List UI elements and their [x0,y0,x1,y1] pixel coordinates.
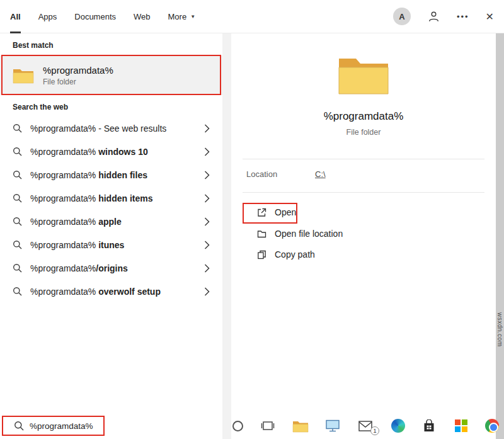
search-icon [13,123,22,133]
tab-more-label: More [168,12,187,21]
suggestion-text: %programdata% - See web results [30,123,166,134]
search-web-header: Search the web [13,103,68,111]
web-suggestion-item[interactable]: %programdata% hidden items [0,186,222,210]
tab-documents[interactable]: Documents [74,0,116,33]
topbar-actions: A ••• ✕ [393,8,494,25]
cortana-icon [232,421,243,431]
tab-all[interactable]: All [10,0,21,33]
suggestion-text: %programdata% hidden files [30,170,147,180]
store-bag-icon [423,419,435,433]
action-open-file-location-label: Open file location [275,229,343,239]
best-match-subtitle: File folder [43,77,113,86]
web-suggestion-item[interactable]: %programdata%/origins [0,256,222,280]
search-icon [13,287,22,296]
web-suggestion-item[interactable]: %programdata% itunes [0,233,222,256]
store-button[interactable] [418,415,440,436]
action-copy-path-label: Copy path [275,249,315,259]
mail-badge: 1 [370,426,379,435]
web-suggestion-item[interactable]: %programdata% - See web results [0,117,222,140]
edge-icon [391,419,405,433]
panel-divider [222,33,231,439]
folder-icon [13,67,34,84]
task-view-button[interactable] [257,415,278,436]
open-icon [257,208,266,217]
watermark: wsxdn.com [496,312,503,347]
tab-web-label: Web [134,12,151,21]
search-icon [13,217,22,226]
tab-more[interactable]: More ▼ [168,0,196,33]
search-filter-bar: All Apps Documents Web More ▼ A ••• ✕ [0,0,504,33]
chrome-icon [485,419,499,433]
tab-all-label: All [10,12,21,21]
action-open-file-location[interactable]: Open file location [243,224,394,244]
web-suggestion-item[interactable]: %programdata% windows 10 [0,140,222,163]
microsoft-logo-icon [455,419,467,432]
best-match-title: %programdata% [43,65,113,76]
best-match-result[interactable]: %programdata% File folder [0,55,222,95]
best-match-header: Best match [13,41,54,50]
web-suggestion-list: %programdata% - See web results %program… [0,117,222,303]
web-suggestion-item[interactable]: %programdata% apple [0,210,222,233]
location-link[interactable]: C:\ [315,169,326,179]
divider [243,159,484,159]
suggestion-text: %programdata% overwolf setup [30,287,161,297]
pc-app-button[interactable] [322,415,343,436]
cortana-button[interactable] [227,415,248,436]
tab-documents-label: Documents [74,12,116,21]
chevron-right-icon[interactable] [204,194,210,203]
search-icon [14,421,24,431]
close-icon[interactable]: ✕ [486,11,494,23]
chevron-right-icon[interactable] [204,147,210,156]
file-explorer-button[interactable] [290,415,311,436]
suggestion-text: %programdata% windows 10 [30,147,148,157]
folder-icon-large [337,54,390,98]
chevron-right-icon[interactable] [204,124,210,133]
search-icon [13,147,22,156]
chevron-right-icon[interactable] [204,264,210,273]
edge-button[interactable] [387,415,409,436]
open-location-icon [257,229,266,239]
copy-icon [257,250,266,259]
search-icon [13,170,22,180]
page-edge-strip [496,0,504,439]
preview-pane: %programdata% File folder Location C:\ O… [231,33,496,411]
chrome-button[interactable] [481,415,503,436]
action-copy-path[interactable]: Copy path [243,244,394,265]
microsoft-app-button[interactable] [450,415,472,436]
chevron-right-icon[interactable] [204,171,210,180]
task-view-icon [261,419,275,432]
search-icon [13,263,22,273]
windows-search-flyout: All Apps Documents Web More ▼ A ••• ✕ Be… [0,0,504,439]
chevron-right-icon[interactable] [204,217,210,226]
suggestion-text: %programdata% itunes [30,240,124,250]
taskbar-search-input[interactable]: %programdata% [2,416,105,436]
web-suggestion-item[interactable]: %programdata% overwolf setup [0,280,222,303]
action-open[interactable]: Open [243,202,394,222]
search-icon [13,193,22,203]
chevron-down-icon: ▼ [190,14,195,20]
preview-subtitle: File folder [231,128,496,137]
monitor-icon [325,419,340,433]
action-open-label: Open [275,207,296,217]
results-panel: Best match %programdata% File folder Sea… [0,33,222,439]
divider [243,192,484,193]
sign-in-options-icon[interactable] [427,10,440,23]
preview-title: %programdata% [231,110,496,123]
suggestion-text: %programdata%/origins [30,263,128,273]
chevron-right-icon[interactable] [204,241,210,249]
location-label: Location [246,169,277,179]
search-input-value: %programdata% [30,421,93,431]
tab-apps[interactable]: Apps [38,0,57,33]
file-explorer-icon [292,419,309,433]
search-icon [13,240,22,249]
web-suggestion-item[interactable]: %programdata% hidden files [0,163,222,186]
tab-web[interactable]: Web [134,0,151,33]
best-match-text: %programdata% File folder [43,65,113,86]
chevron-right-icon[interactable] [204,287,210,296]
suggestion-text: %programdata% hidden items [30,193,153,203]
suggestion-text: %programdata% apple [30,217,122,227]
tab-apps-label: Apps [38,12,57,21]
avatar[interactable]: A [393,8,411,25]
more-options-icon[interactable]: ••• [457,12,469,21]
